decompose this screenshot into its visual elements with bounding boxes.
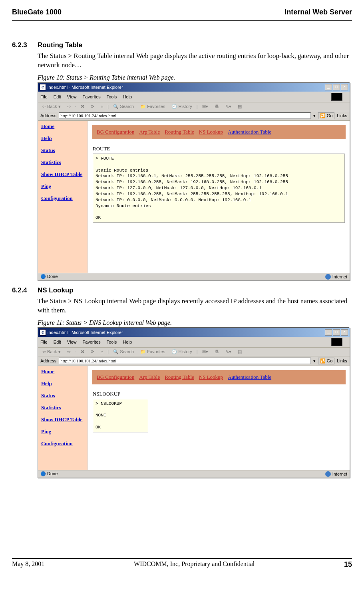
tab-arp-table[interactable]: Arp Table xyxy=(139,129,160,135)
address-dropdown[interactable]: ▾ xyxy=(313,113,316,118)
ie-tabbar: BG Configuration Arp Table Routing Table… xyxy=(92,125,346,139)
nav-ping[interactable]: Ping xyxy=(41,183,84,190)
page-header: BlueGate 1000 Internal Web Server xyxy=(12,8,352,16)
nav-help-2[interactable]: Help xyxy=(41,380,84,387)
mail-button[interactable]: ✉▾ xyxy=(200,104,210,110)
history-button-2[interactable]: 🕘 History xyxy=(169,349,194,355)
nav-status-2[interactable]: Status xyxy=(41,392,84,399)
menu-edit-2[interactable]: Edit xyxy=(54,340,61,344)
discuss-button[interactable]: ▤ xyxy=(236,104,244,110)
address-label-2: Address xyxy=(40,358,56,363)
footer-left: May 8, 2001 xyxy=(12,560,44,569)
nav-status[interactable]: Status xyxy=(41,147,84,154)
ie-window-routing: e index.html - Microsoft Internet Explor… xyxy=(38,82,350,281)
ie-main-nslookup: NSLOOKUP > NSLOOKUP NONE OK xyxy=(88,388,350,435)
menu-file[interactable]: File xyxy=(40,94,48,99)
ie-tabbar-2: BG Configuration Arp Table Routing Table… xyxy=(92,370,346,384)
nav-statistics-2[interactable]: Statistics xyxy=(41,404,84,411)
go-button[interactable]: 🔁 Go xyxy=(318,112,335,119)
tab-bg-config-2[interactable]: BG Configuration xyxy=(97,374,134,380)
ie-statusbar-2: 🔵 Done Internet xyxy=(38,470,350,478)
nav-home-2[interactable]: Home xyxy=(41,368,84,375)
edit-button[interactable]: ✎▾ xyxy=(223,104,233,110)
discuss-button-2[interactable]: ▤ xyxy=(236,349,244,355)
favorites-button-2[interactable]: 📁 Favorites xyxy=(138,349,167,355)
refresh-button[interactable]: ⟳ xyxy=(89,104,96,110)
back-button[interactable]: ⇦ Back ▾ xyxy=(40,104,63,110)
history-button[interactable]: 🕘 History xyxy=(169,104,194,110)
print-button-2[interactable]: 🖶 xyxy=(213,349,221,354)
maximize-button[interactable]: □ xyxy=(333,84,340,90)
ie-title-text: index.html - Microsoft Internet Explorer xyxy=(48,85,123,90)
nav-configuration[interactable]: Configuration xyxy=(41,195,84,202)
nav-help[interactable]: Help xyxy=(41,135,84,142)
minimize-button[interactable]: _ xyxy=(325,84,332,90)
menu-file-2[interactable]: File xyxy=(40,340,48,344)
search-button-2[interactable]: 🔍 Search xyxy=(111,349,136,355)
ie-right: BG Configuration Arp Table Routing Table… xyxy=(88,121,350,273)
ie-statusbar: 🔵 Done Internet xyxy=(38,273,350,280)
forward-button-2[interactable]: ⇨ xyxy=(65,349,73,355)
nav-show-dhcp[interactable]: Show DHCP Table xyxy=(41,171,84,178)
stop-button-2[interactable]: ✖ xyxy=(79,349,86,355)
status-done-2: Done xyxy=(47,471,58,476)
ie-throbber-icon xyxy=(331,93,342,101)
menu-view[interactable]: View xyxy=(67,94,77,99)
ie-toolbar-2: ⇦ Back ▾ ⇨ · ✖ ⟳ ⌂ | 🔍 Search 📁 Favorite… xyxy=(38,348,350,356)
nav-ping-2[interactable]: Ping xyxy=(41,428,84,435)
close-button[interactable]: × xyxy=(341,84,348,90)
tab-auth-table-2[interactable]: Authentication Table xyxy=(228,374,271,380)
menu-edit[interactable]: Edit xyxy=(54,94,61,99)
address-dropdown-2[interactable]: ▾ xyxy=(313,358,316,364)
ie-icon: e xyxy=(40,84,46,90)
tab-ns-lookup[interactable]: NS Lookup xyxy=(199,129,223,135)
internet-zone-icon-2 xyxy=(325,471,331,477)
tab-ns-lookup-2[interactable]: NS Lookup xyxy=(199,374,223,380)
address-input[interactable] xyxy=(59,112,310,119)
stop-button[interactable]: ✖ xyxy=(79,104,86,110)
menu-tools[interactable]: Tools xyxy=(107,94,117,99)
mail-button-2[interactable]: ✉▾ xyxy=(200,349,210,355)
links-label-2[interactable]: Links xyxy=(337,358,347,363)
print-button[interactable]: 🖶 xyxy=(213,104,221,109)
section-624-body: The Status > NS Lookup internal Web page… xyxy=(38,297,352,315)
ie-main-route: ROUTE > ROUTE Static Route entries Netwo… xyxy=(88,143,350,225)
forward-button[interactable]: ⇨ xyxy=(65,104,73,110)
page-footer: May 8, 2001 WIDCOMM, Inc, Proprietary an… xyxy=(12,559,352,569)
search-button[interactable]: 🔍 Search xyxy=(111,104,136,110)
maximize-button-2[interactable]: □ xyxy=(333,329,340,336)
menu-view-2[interactable]: View xyxy=(67,340,77,344)
tab-bg-config[interactable]: BG Configuration xyxy=(97,129,134,135)
nav-statistics[interactable]: Statistics xyxy=(41,159,84,166)
nav-home[interactable]: Home xyxy=(41,123,84,130)
address-input-2[interactable] xyxy=(59,358,310,364)
internet-zone-icon xyxy=(325,274,331,280)
address-label: Address xyxy=(40,113,56,118)
section-623-heading: 6.2.3Routing Table xyxy=(12,41,352,49)
status-zone-2: Internet xyxy=(332,472,347,476)
menu-tools-2[interactable]: Tools xyxy=(107,340,117,344)
nav-configuration-2[interactable]: Configuration xyxy=(41,440,84,447)
tab-routing-table[interactable]: Routing Table xyxy=(165,129,194,135)
edit-button-2[interactable]: ✎▾ xyxy=(223,349,233,355)
favorites-button[interactable]: 📁 Favorites xyxy=(138,104,167,110)
home-button[interactable]: ⌂ xyxy=(99,104,105,109)
tab-auth-table[interactable]: Authentication Table xyxy=(228,129,271,135)
links-label[interactable]: Links xyxy=(337,113,347,118)
section-623-title: Routing Table xyxy=(38,41,82,49)
tab-routing-table-2[interactable]: Routing Table xyxy=(165,374,194,380)
menu-help-2[interactable]: Help xyxy=(123,340,132,344)
ie-menubar-2: File Edit View Favorites Tools Help xyxy=(38,337,350,348)
tab-arp-table-2[interactable]: Arp Table xyxy=(139,374,160,380)
refresh-button-2[interactable]: ⟳ xyxy=(89,349,96,355)
menu-help[interactable]: Help xyxy=(123,94,132,99)
minimize-button-2[interactable]: _ xyxy=(325,329,332,336)
home-button-2[interactable]: ⌂ xyxy=(99,349,105,354)
menu-favorites-2[interactable]: Favorites xyxy=(83,340,101,344)
close-button-2[interactable]: × xyxy=(341,329,348,336)
section-623-number: 6.2.3 xyxy=(12,41,38,49)
menu-favorites[interactable]: Favorites xyxy=(83,94,101,99)
go-button-2[interactable]: 🔁 Go xyxy=(318,358,335,364)
nav-show-dhcp-2[interactable]: Show DHCP Table xyxy=(41,416,84,423)
back-button-2[interactable]: ⇦ Back ▾ xyxy=(40,349,63,355)
